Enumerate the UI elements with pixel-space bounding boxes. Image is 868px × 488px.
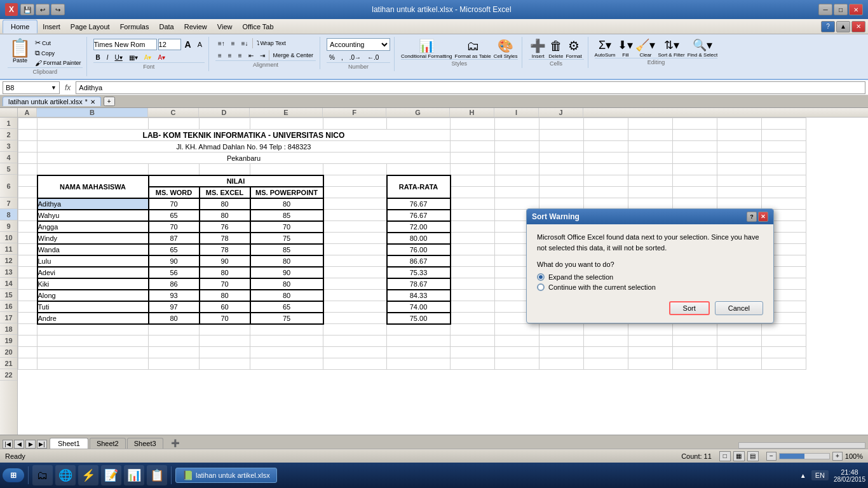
col-header-b[interactable]: B (37, 108, 148, 117)
cell-nama-header[interactable]: NAMA MAHASISWA (37, 175, 149, 198)
dialog-option-expand[interactable]: Expand the selection (537, 273, 763, 281)
cell-o1[interactable] (762, 118, 806, 130)
insert-btn[interactable]: ➕ Insert (530, 38, 546, 59)
cell-j5[interactable] (539, 164, 584, 175)
align-top-center-btn[interactable]: ≡ (229, 39, 238, 48)
dialog-help-btn[interactable]: ? (747, 212, 757, 222)
decrease-font-btn[interactable]: A (195, 39, 205, 50)
col-header-g[interactable]: G (386, 108, 450, 117)
align-top-left-btn[interactable]: ≡↑ (215, 39, 227, 48)
taskbar-word-icon[interactable]: 📝 (101, 465, 121, 485)
format-as-table-btn[interactable]: 🗂 Format as Table (455, 39, 491, 59)
percent-btn[interactable]: % (327, 53, 337, 62)
sort-warning-dialog[interactable]: Sort Warning ? ✕ Microsoft Office Excel … (526, 208, 774, 323)
cell-m1[interactable] (673, 118, 717, 130)
taskbar-language[interactable]: EN (811, 470, 829, 480)
cell-c1[interactable] (149, 118, 200, 130)
delete-btn[interactable]: 🗑 Delete (548, 39, 563, 59)
dialog-close-btn[interactable]: ✕ (758, 212, 768, 222)
cell-m4[interactable] (673, 152, 717, 164)
cell-i5[interactable] (495, 164, 539, 175)
taskbar-ie-icon[interactable]: 🌐 (55, 465, 76, 485)
menu-view[interactable]: View (212, 22, 238, 32)
cell-title3[interactable]: Pekanbaru (37, 152, 451, 164)
copy-btn[interactable]: ⧉Copy (34, 48, 83, 58)
sheet-tab-new[interactable]: ➕ (165, 438, 186, 449)
cell-k4[interactable] (584, 152, 628, 164)
cell-h3[interactable] (451, 141, 495, 152)
wrap-text-btn[interactable]: ⤵Wrap Text (254, 39, 288, 48)
menu-insert[interactable]: Insert (37, 22, 65, 32)
cell-c8[interactable]: 70 (149, 198, 200, 210)
cell-h7[interactable] (451, 187, 495, 198)
cell-f1[interactable] (323, 118, 387, 130)
close-workbook-btn[interactable]: ✕ (851, 21, 865, 32)
format-painter-btn[interactable]: 🖌Format Painter (34, 58, 83, 67)
cell-g8[interactable]: 76.67 (387, 198, 451, 210)
cell-o3[interactable] (762, 141, 806, 152)
cell-o5[interactable] (762, 164, 806, 175)
cell-m3[interactable] (673, 141, 717, 152)
col-header-f[interactable]: F (323, 108, 386, 117)
cell-d8[interactable]: 80 (200, 198, 250, 210)
cell-l1[interactable] (628, 118, 673, 130)
radio-current[interactable] (537, 283, 545, 291)
cell-title2[interactable]: Jl. KH. Ahmad Dahlan No. 94 Telp : 84832… (37, 141, 451, 152)
zoom-in-btn[interactable]: + (832, 452, 843, 461)
indent-inc-btn[interactable]: ⇥ (257, 51, 268, 60)
col-header-c[interactable]: C (148, 108, 199, 117)
clear-btn[interactable]: 🧹▾ Clear (635, 38, 655, 58)
sheet-tab-sheet3[interactable]: Sheet3 (127, 438, 163, 449)
cell-j6[interactable] (539, 175, 584, 187)
zoom-slider[interactable] (779, 453, 830, 459)
cell-g5[interactable] (387, 164, 451, 175)
italic-btn[interactable]: I (104, 53, 111, 62)
find-select-btn[interactable]: 🔍▾ Find & Select (688, 38, 718, 58)
cell-o7[interactable] (762, 187, 806, 198)
col-header-h[interactable]: H (450, 108, 494, 117)
cell-l4[interactable] (628, 152, 673, 164)
cell-o2[interactable] (762, 130, 806, 141)
taskbar-magic-icon[interactable]: ⚡ (78, 465, 98, 485)
format-btn[interactable]: ⚙ Format (566, 38, 581, 59)
minimize-ribbon-btn[interactable]: ▲ (836, 21, 850, 32)
border-btn[interactable]: ▦▾ (126, 53, 140, 62)
increase-decimal-btn[interactable]: .0→ (347, 53, 363, 62)
increase-font-btn[interactable]: A (182, 38, 194, 51)
sheet-nav-last[interactable]: ▶| (37, 440, 47, 449)
cell-j7[interactable] (539, 187, 584, 198)
cell-i4[interactable] (495, 152, 539, 164)
cell-i7[interactable] (495, 187, 539, 198)
cell-nilai-header[interactable]: NILAI (149, 175, 323, 187)
cell-n7[interactable] (717, 187, 762, 198)
save-quick-btn[interactable]: 💾 (20, 4, 34, 15)
taskbar-excel-icon[interactable]: 📊 (124, 465, 144, 485)
cell-n3[interactable] (717, 141, 762, 152)
undo-quick-btn[interactable]: ↩ (36, 4, 50, 15)
cell-a6[interactable] (18, 175, 37, 187)
col-header-d[interactable]: D (199, 108, 250, 117)
cell-l7[interactable] (628, 187, 673, 198)
cell-a5[interactable] (18, 164, 37, 175)
menu-formulas[interactable]: Formulas (115, 22, 154, 32)
start-button[interactable]: ⊞ (3, 468, 24, 482)
font-name-input[interactable] (93, 39, 157, 50)
cell-a2[interactable] (18, 130, 37, 141)
cell-k2[interactable] (584, 130, 628, 141)
cell-h4[interactable] (451, 152, 495, 164)
paste-btn[interactable]: 📋 Paste (8, 38, 32, 65)
cell-i2[interactable] (495, 130, 539, 141)
close-btn[interactable]: ✕ (849, 4, 863, 15)
radio-expand[interactable] (537, 273, 545, 281)
cell-h2[interactable] (451, 130, 495, 141)
cell-j2[interactable] (539, 130, 584, 141)
cell-d1[interactable] (200, 118, 250, 130)
menu-office-tab[interactable]: Office Tab (237, 22, 278, 32)
cell-b9[interactable]: Wahyu (37, 210, 149, 221)
sheet-nav-prev[interactable]: ◀ (14, 440, 24, 449)
fill-color-btn[interactable]: A▾ (142, 53, 154, 62)
cell-n2[interactable] (717, 130, 762, 141)
cell-o6[interactable] (762, 175, 806, 187)
cell-title1[interactable]: LAB- KOM TEKNIK INFORMATIKA - UNIVERSITA… (37, 130, 451, 141)
sheet-tab-sheet1[interactable]: Sheet1 (50, 438, 88, 449)
